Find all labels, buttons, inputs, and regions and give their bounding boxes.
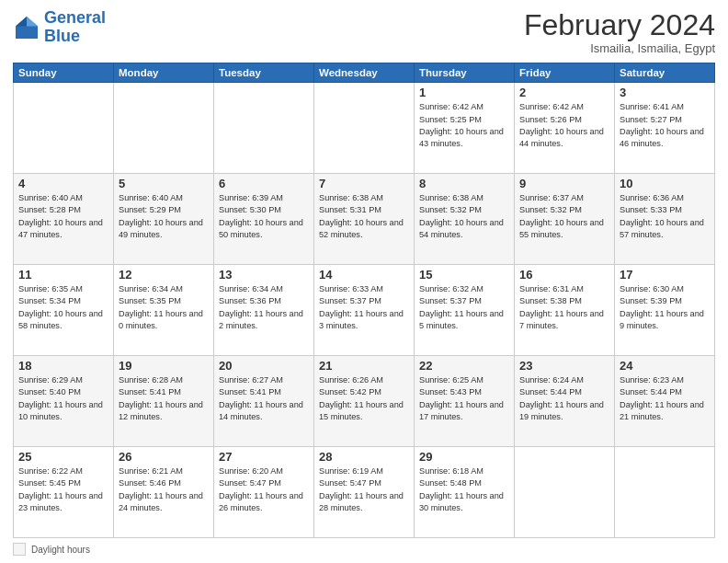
calendar-cell: [314, 83, 415, 174]
day-info: Sunrise: 6:24 AM Sunset: 5:44 PM Dayligh…: [519, 374, 609, 423]
day-number: 21: [319, 359, 409, 373]
calendar-cell: 25Sunrise: 6:22 AM Sunset: 5:45 PM Dayli…: [14, 447, 114, 538]
calendar-cell: 3Sunrise: 6:41 AM Sunset: 5:27 PM Daylig…: [615, 83, 715, 174]
day-info: Sunrise: 6:32 AM Sunset: 5:37 PM Dayligh…: [419, 283, 509, 332]
day-number: 27: [219, 450, 309, 464]
day-info: Sunrise: 6:26 AM Sunset: 5:42 PM Dayligh…: [319, 374, 409, 423]
logo-text: General Blue: [44, 9, 106, 46]
day-info: Sunrise: 6:40 AM Sunset: 5:29 PM Dayligh…: [119, 192, 209, 241]
weekday-header: Friday: [515, 63, 615, 83]
day-number: 7: [319, 177, 409, 190]
day-info: Sunrise: 6:38 AM Sunset: 5:32 PM Dayligh…: [419, 192, 509, 241]
calendar-cell: 24Sunrise: 6:23 AM Sunset: 5:44 PM Dayli…: [615, 356, 715, 447]
day-info: Sunrise: 6:42 AM Sunset: 5:26 PM Dayligh…: [519, 101, 609, 150]
day-number: 3: [620, 86, 710, 99]
title-block: February 2024 Ismailia, Ismailia, Egypt: [524, 9, 715, 55]
calendar-cell: [615, 447, 715, 538]
location: Ismailia, Ismailia, Egypt: [524, 41, 715, 55]
day-number: 24: [620, 359, 710, 373]
calendar-cell: 2Sunrise: 6:42 AM Sunset: 5:26 PM Daylig…: [515, 83, 615, 174]
day-info: Sunrise: 6:28 AM Sunset: 5:41 PM Dayligh…: [119, 374, 209, 423]
calendar-cell: 14Sunrise: 6:33 AM Sunset: 5:37 PM Dayli…: [314, 265, 415, 356]
day-info: Sunrise: 6:37 AM Sunset: 5:32 PM Dayligh…: [519, 192, 609, 241]
weekday-header: Thursday: [415, 63, 515, 83]
calendar-cell: 21Sunrise: 6:26 AM Sunset: 5:42 PM Dayli…: [314, 356, 415, 447]
legend: Daylight hours: [13, 543, 715, 556]
day-info: Sunrise: 6:27 AM Sunset: 5:41 PM Dayligh…: [219, 374, 309, 423]
day-number: 13: [219, 268, 309, 282]
day-number: 15: [419, 268, 509, 282]
day-info: Sunrise: 6:42 AM Sunset: 5:25 PM Dayligh…: [419, 101, 509, 150]
day-info: Sunrise: 6:31 AM Sunset: 5:38 PM Dayligh…: [519, 283, 609, 332]
calendar-cell: [214, 83, 314, 174]
day-number: 10: [620, 177, 710, 190]
day-number: 23: [519, 359, 609, 373]
day-number: 20: [219, 359, 309, 373]
svg-marker-2: [16, 17, 27, 27]
day-info: Sunrise: 6:34 AM Sunset: 5:35 PM Dayligh…: [119, 283, 209, 332]
logo-icon: [13, 14, 40, 41]
logo-general: General: [44, 8, 106, 27]
day-info: Sunrise: 6:20 AM Sunset: 5:47 PM Dayligh…: [219, 465, 309, 514]
calendar-week-row: 18Sunrise: 6:29 AM Sunset: 5:40 PM Dayli…: [14, 356, 715, 447]
calendar-cell: 4Sunrise: 6:40 AM Sunset: 5:28 PM Daylig…: [14, 174, 114, 265]
day-number: 12: [119, 268, 209, 282]
day-info: Sunrise: 6:21 AM Sunset: 5:46 PM Dayligh…: [119, 465, 209, 514]
calendar-cell: 8Sunrise: 6:38 AM Sunset: 5:32 PM Daylig…: [415, 174, 515, 265]
day-info: Sunrise: 6:19 AM Sunset: 5:47 PM Dayligh…: [319, 465, 409, 514]
day-number: 5: [119, 177, 209, 190]
day-number: 28: [319, 450, 409, 464]
day-info: Sunrise: 6:39 AM Sunset: 5:30 PM Dayligh…: [219, 192, 309, 241]
calendar-week-row: 25Sunrise: 6:22 AM Sunset: 5:45 PM Dayli…: [14, 447, 715, 538]
calendar-cell: 26Sunrise: 6:21 AM Sunset: 5:46 PM Dayli…: [114, 447, 214, 538]
day-number: 2: [519, 86, 609, 99]
day-number: 25: [18, 450, 108, 464]
calendar-week-row: 1Sunrise: 6:42 AM Sunset: 5:25 PM Daylig…: [14, 83, 715, 174]
calendar-cell: 11Sunrise: 6:35 AM Sunset: 5:34 PM Dayli…: [14, 265, 114, 356]
day-number: 1: [419, 86, 509, 99]
weekday-header: Saturday: [615, 63, 715, 83]
day-number: 17: [620, 268, 710, 282]
weekday-header: Tuesday: [214, 63, 314, 83]
calendar-cell: 20Sunrise: 6:27 AM Sunset: 5:41 PM Dayli…: [214, 356, 314, 447]
calendar-cell: [114, 83, 214, 174]
day-info: Sunrise: 6:22 AM Sunset: 5:45 PM Dayligh…: [18, 465, 108, 514]
calendar-cell: 27Sunrise: 6:20 AM Sunset: 5:47 PM Dayli…: [214, 447, 314, 538]
header: General Blue February 2024 Ismailia, Ism…: [13, 9, 715, 55]
day-number: 22: [419, 359, 509, 373]
day-info: Sunrise: 6:30 AM Sunset: 5:39 PM Dayligh…: [620, 283, 710, 332]
day-number: 16: [519, 268, 609, 282]
legend-box: [13, 543, 26, 556]
calendar-week-row: 4Sunrise: 6:40 AM Sunset: 5:28 PM Daylig…: [14, 174, 715, 265]
day-number: 11: [18, 268, 108, 282]
day-info: Sunrise: 6:23 AM Sunset: 5:44 PM Dayligh…: [620, 374, 710, 423]
calendar-cell: 13Sunrise: 6:34 AM Sunset: 5:36 PM Dayli…: [214, 265, 314, 356]
day-number: 4: [18, 177, 108, 190]
calendar-cell: 7Sunrise: 6:38 AM Sunset: 5:31 PM Daylig…: [314, 174, 415, 265]
day-info: Sunrise: 6:18 AM Sunset: 5:48 PM Dayligh…: [419, 465, 509, 514]
calendar-table: SundayMondayTuesdayWednesdayThursdayFrid…: [13, 63, 715, 538]
calendar-body: 1Sunrise: 6:42 AM Sunset: 5:25 PM Daylig…: [14, 83, 715, 538]
calendar-cell: 19Sunrise: 6:28 AM Sunset: 5:41 PM Dayli…: [114, 356, 214, 447]
day-number: 9: [519, 177, 609, 190]
calendar-cell: 16Sunrise: 6:31 AM Sunset: 5:38 PM Dayli…: [515, 265, 615, 356]
calendar-cell: 10Sunrise: 6:36 AM Sunset: 5:33 PM Dayli…: [615, 174, 715, 265]
calendar-cell: 18Sunrise: 6:29 AM Sunset: 5:40 PM Dayli…: [14, 356, 114, 447]
weekday-header: Sunday: [14, 63, 114, 83]
day-info: Sunrise: 6:35 AM Sunset: 5:34 PM Dayligh…: [18, 283, 108, 332]
calendar-cell: 22Sunrise: 6:25 AM Sunset: 5:43 PM Dayli…: [415, 356, 515, 447]
day-number: 8: [419, 177, 509, 190]
calendar-cell: 28Sunrise: 6:19 AM Sunset: 5:47 PM Dayli…: [314, 447, 415, 538]
weekday-header: Monday: [114, 63, 214, 83]
calendar-cell: [14, 83, 114, 174]
calendar-week-row: 11Sunrise: 6:35 AM Sunset: 5:34 PM Dayli…: [14, 265, 715, 356]
calendar-cell: 5Sunrise: 6:40 AM Sunset: 5:29 PM Daylig…: [114, 174, 214, 265]
day-number: 29: [419, 450, 509, 464]
month-title: February 2024: [524, 9, 715, 41]
day-number: 14: [319, 268, 409, 282]
day-info: Sunrise: 6:40 AM Sunset: 5:28 PM Dayligh…: [18, 192, 108, 241]
day-info: Sunrise: 6:33 AM Sunset: 5:37 PM Dayligh…: [319, 283, 409, 332]
calendar-cell: 23Sunrise: 6:24 AM Sunset: 5:44 PM Dayli…: [515, 356, 615, 447]
calendar-cell: 17Sunrise: 6:30 AM Sunset: 5:39 PM Dayli…: [615, 265, 715, 356]
calendar-cell: 9Sunrise: 6:37 AM Sunset: 5:32 PM Daylig…: [515, 174, 615, 265]
